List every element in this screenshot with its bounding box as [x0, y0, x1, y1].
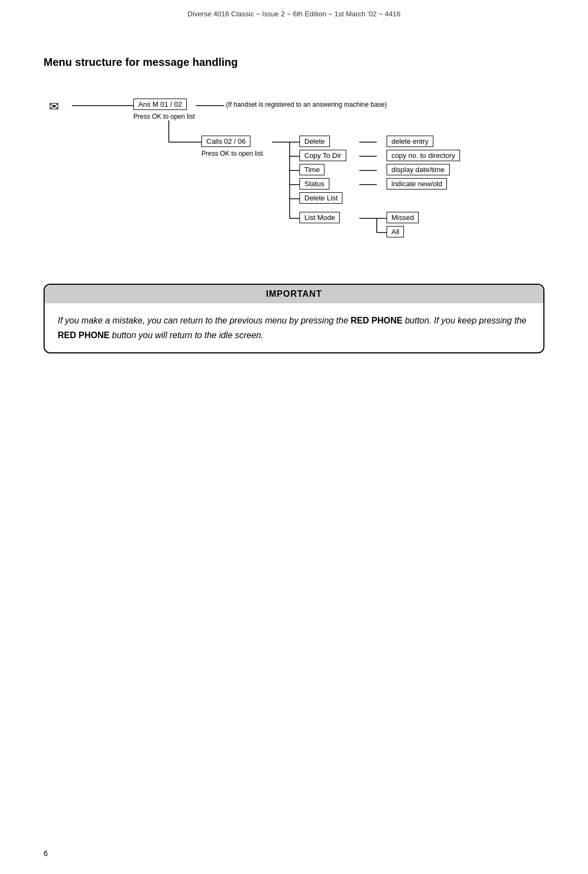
menu-item-status: Status	[299, 178, 329, 190]
diagram-lines	[44, 88, 544, 262]
ans-sublabel: Press OK to open list	[133, 113, 195, 120]
right-item-copy-dir: copy no. to directory	[387, 150, 460, 161]
listmode-missed: Missed	[387, 212, 419, 223]
right-item-indicate: indicate new/old	[387, 178, 447, 190]
calls-sublabel: Press OK to open list	[201, 150, 263, 157]
menu-item-listmode: List Mode	[299, 212, 340, 223]
important-header: IMPORTANT	[45, 285, 543, 303]
listmode-all: All	[387, 226, 404, 237]
diagram-area: ✉ Ans M 01 / 02 Press OK to open list (I…	[44, 88, 544, 262]
envelope-icon: ✉	[49, 100, 59, 114]
page-header: Diverse 4016 Classic ~ Issue 2 ~ 6th Edi…	[0, 0, 588, 18]
page-number: 6	[44, 849, 48, 858]
menu-item-deletelist: Delete List	[299, 192, 342, 204]
important-container: IMPORTANT If you make a mistake, you can…	[44, 284, 544, 353]
menu-item-delete: Delete	[299, 136, 330, 147]
ans-box: Ans M 01 / 02	[133, 99, 187, 110]
menu-item-time: Time	[299, 164, 324, 175]
important-body: If you make a mistake, you can return to…	[45, 303, 543, 352]
calls-box: Calls 02 / 06	[201, 136, 250, 147]
ans-note: (If handset is registered to an answerin…	[226, 101, 387, 108]
right-item-display-time: display date/time	[387, 164, 450, 175]
menu-item-copy: Copy To Dir	[299, 150, 346, 161]
section-title: Menu structure for message handling	[44, 56, 544, 69]
right-item-delete-entry: delete entry	[387, 136, 433, 147]
